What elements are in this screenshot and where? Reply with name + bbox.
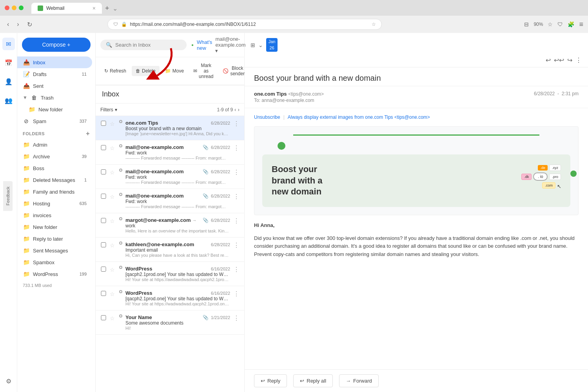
- more-actions-button[interactable]: ⋮: [575, 56, 582, 64]
- address-bar[interactable]: 🛡 🔒 https://mail.one.com/mail@one-exampl…: [107, 19, 382, 30]
- star-icon[interactable]: ☆: [110, 145, 116, 151]
- star-icon[interactable]: ☆: [110, 242, 116, 249]
- star-icon[interactable]: ☆: [110, 194, 116, 200]
- email-item[interactable]: ☆ Your Name 📎 1/21/2022 Some awesome doc…: [96, 310, 244, 335]
- sidebar-item-boss[interactable]: 📁 Boss: [17, 162, 92, 174]
- extensions-icon[interactable]: 🧩: [568, 21, 574, 27]
- sidebar-item-wordpress[interactable]: 📁 WordPress 199: [17, 268, 92, 280]
- user-email-dropdown[interactable]: mail@one-example.com ▾: [215, 36, 245, 54]
- email-menu-button[interactable]: ⋮: [233, 193, 240, 200]
- mark-as-unread-button[interactable]: ✉ Mark as unread: [189, 60, 217, 82]
- search-bar[interactable]: 🔍: [100, 40, 187, 50]
- sidebar-item-trash[interactable]: ▼ 🗑 Trash: [17, 92, 92, 103]
- block-sender-button[interactable]: 🚫 Block sender: [219, 63, 249, 79]
- settings-icon-btn[interactable]: ⚙: [2, 375, 15, 387]
- move-button[interactable]: 📁 Move: [161, 66, 188, 76]
- sidebar-item-reply-to-later[interactable]: 📁 Reply to later: [17, 233, 92, 245]
- star-icon[interactable]: ☆: [110, 291, 116, 297]
- email-menu-button[interactable]: ⋮: [233, 144, 240, 152]
- forward-action-button[interactable]: ↪: [567, 56, 572, 64]
- email-checkbox[interactable]: [100, 267, 107, 272]
- email-item[interactable]: ☆ mail@one-example.com 📎 6/28/2022 Fwd: …: [96, 140, 244, 165]
- add-folder-button[interactable]: +: [86, 130, 90, 137]
- calendar-icon-btn[interactable]: 📅: [2, 56, 15, 69]
- unsubscribe-link[interactable]: Unsubscribe: [254, 114, 280, 120]
- bookmark-icon[interactable]: ☆: [372, 22, 376, 27]
- active-tab[interactable]: Webmail ×: [31, 3, 102, 14]
- email-checkbox[interactable]: [100, 291, 107, 296]
- sidebar-item-invoices[interactable]: 📁 invoices: [17, 209, 92, 221]
- tab-close-button[interactable]: ×: [93, 5, 96, 11]
- whats-new-link[interactable]: What's new: [197, 39, 212, 51]
- sidebar-item-new-folder2[interactable]: 📁 New folder: [17, 221, 92, 233]
- email-item[interactable]: ☆ WordPress 6/16/2022 [qacph2.1prod.one]…: [96, 286, 244, 310]
- sidebar-item-drafts[interactable]: 📝 Drafts 11: [17, 68, 92, 80]
- mail-icon-btn[interactable]: ✉: [2, 38, 15, 50]
- email-checkbox[interactable]: [100, 315, 107, 320]
- back-button[interactable]: ‹: [5, 19, 11, 29]
- contacts-icon-btn[interactable]: 👤: [2, 75, 15, 88]
- email-checkbox[interactable]: [100, 121, 107, 126]
- email-checkbox[interactable]: [100, 242, 107, 247]
- filters-button[interactable]: Filters ▾: [100, 107, 117, 113]
- new-tab-button[interactable]: +: [103, 3, 111, 14]
- search-input[interactable]: [115, 42, 181, 48]
- star-icon[interactable]: ☆: [548, 21, 553, 27]
- reply-button[interactable]: ↩ Reply: [254, 374, 287, 387]
- email-menu-button[interactable]: ⋮: [233, 241, 240, 249]
- email-item[interactable]: ☆ mail@one-example.com 📎 6/28/2022 Fwd: …: [96, 189, 244, 213]
- delete-button[interactable]: 🗑 Delete: [132, 66, 160, 76]
- reader-icon[interactable]: ⊟: [524, 21, 529, 27]
- compose-button[interactable]: Compose +: [22, 38, 91, 52]
- refresh-button[interactable]: ↻ Refresh: [100, 66, 130, 76]
- email-menu-button[interactable]: ⋮: [233, 169, 240, 176]
- email-checkbox[interactable]: [100, 218, 107, 223]
- sidebar-item-inbox[interactable]: 📥 Inbox: [17, 56, 92, 68]
- sidebar-item-spambox[interactable]: 📁 Spambox: [17, 256, 92, 268]
- email-menu-button[interactable]: ⋮: [233, 120, 240, 127]
- email-item[interactable]: ☆ WordPress 6/16/2022 [qacph2.1prod.one]…: [96, 262, 244, 286]
- sidebar-item-sent-messages[interactable]: 📁 Sent Messages: [17, 245, 92, 256]
- email-menu-button[interactable]: ⋮: [233, 314, 240, 322]
- star-icon[interactable]: ☆: [110, 121, 116, 127]
- email-item[interactable]: ☆ kathleen@one-example.com 6/28/2022 Imp…: [96, 238, 244, 262]
- star-icon[interactable]: ☆: [110, 315, 116, 321]
- email-menu-button[interactable]: ⋮: [233, 290, 240, 298]
- reply-all-action-button[interactable]: ↩↩: [554, 56, 564, 64]
- star-icon[interactable]: ☆: [110, 169, 116, 176]
- shield-browser-icon[interactable]: 🛡: [557, 21, 563, 27]
- prev-page-button[interactable]: ‹: [234, 107, 236, 113]
- star-icon[interactable]: ☆: [110, 218, 116, 224]
- email-item[interactable]: ☆ mail@one-example.com 📎 6/28/2022 Fwd: …: [96, 165, 244, 189]
- sidebar-item-hosting[interactable]: 📁 Hosting 635: [17, 198, 92, 209]
- email-item[interactable]: ☆ margot@one-example.com → 📎 6/28/2022: [96, 213, 244, 238]
- close-traffic-light[interactable]: [5, 5, 9, 10]
- sidebar-item-spam[interactable]: ⊘ Spam 337: [17, 115, 92, 127]
- maximize-traffic-light[interactable]: [19, 5, 24, 10]
- star-icon[interactable]: ☆: [110, 267, 116, 273]
- menu-icon[interactable]: ≡: [579, 20, 583, 29]
- email-menu-button[interactable]: ⋮: [233, 217, 240, 225]
- email-checkbox[interactable]: [100, 145, 107, 150]
- minimize-traffic-light[interactable]: [12, 5, 16, 10]
- display-images-link[interactable]: Always display external images from one.…: [288, 114, 430, 120]
- forward-button[interactable]: → Forward: [339, 374, 379, 387]
- email-item[interactable]: ☆ one.com Tips 6/28/2022 Boost your bran…: [96, 116, 244, 140]
- sidebar-item-new-folder[interactable]: 📁 New folder: [17, 103, 92, 115]
- email-checkbox[interactable]: [100, 169, 107, 174]
- sidebar-item-archive[interactable]: 📁 Archive 39: [17, 151, 92, 162]
- forward-button[interactable]: ›: [15, 19, 21, 29]
- reply-all-button[interactable]: ↩ Reply all: [293, 374, 333, 387]
- groups-icon-btn[interactable]: 👥: [2, 94, 15, 107]
- reply-action-button[interactable]: ↩: [546, 56, 551, 64]
- reload-button[interactable]: ↻: [25, 19, 34, 30]
- email-checkbox[interactable]: [100, 194, 107, 199]
- sidebar-item-sent[interactable]: 📤 Sent: [17, 80, 92, 92]
- sidebar-item-admin[interactable]: 📁 Admin: [17, 139, 92, 151]
- sidebar-item-deleted-messages[interactable]: 📁 Deleted Messages 1: [17, 174, 92, 186]
- next-page-button[interactable]: ›: [238, 107, 240, 113]
- feedback-tab[interactable]: Feedback: [3, 181, 13, 211]
- email-menu-button[interactable]: ⋮: [233, 266, 240, 273]
- tab-list-button[interactable]: ⌄: [113, 5, 118, 12]
- sidebar-item-family-and-friends[interactable]: 📁 Family and friends: [17, 186, 92, 198]
